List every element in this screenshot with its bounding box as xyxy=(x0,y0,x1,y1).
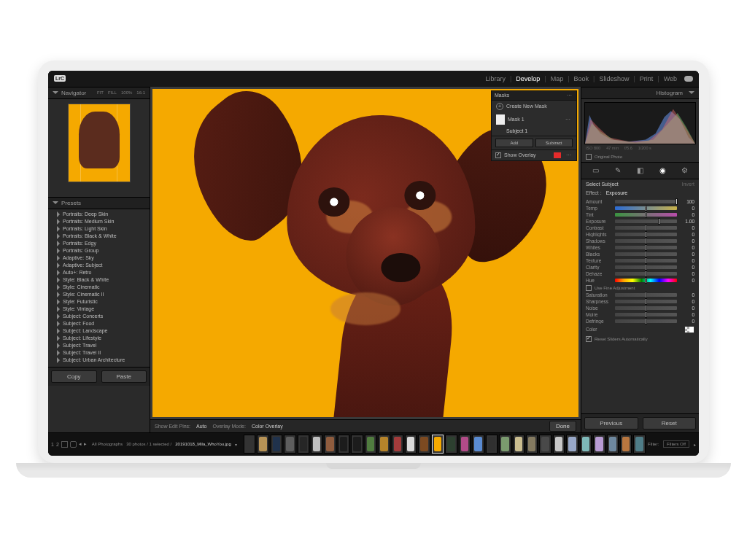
zoom-100%[interactable]: 100% xyxy=(121,90,132,95)
slider-tint[interactable]: Tint0 xyxy=(586,211,694,218)
slider-sharpness[interactable]: Sharpness0 xyxy=(586,298,694,305)
filmstrip-thumb[interactable] xyxy=(499,435,511,454)
mask-subtract-button[interactable]: Subtract xyxy=(535,139,573,147)
preset-item[interactable]: Portraits: Edgy xyxy=(51,240,150,247)
filmstrip-thumb[interactable] xyxy=(324,435,336,454)
slider-clarity[interactable]: Clarity0 xyxy=(586,264,694,271)
more-icon[interactable]: ⋯ xyxy=(567,93,573,98)
preset-item[interactable]: Style: Vintage xyxy=(51,306,150,313)
slider-whites[interactable]: Whites0 xyxy=(586,244,694,251)
collection-name[interactable]: All Photographs xyxy=(92,442,123,446)
fine-adjust-checkbox[interactable] xyxy=(586,285,592,291)
preset-item[interactable]: Portraits: Black & White xyxy=(51,233,150,240)
module-slideshow[interactable]: Slideshow xyxy=(599,75,629,82)
overlay-more-icon[interactable]: ⋯ xyxy=(566,152,573,158)
masks-panel[interactable]: Masks ⋯ + Create New Mask Mask 1 ⋯ xyxy=(491,90,577,161)
preset-item[interactable]: Style: Cinematic II xyxy=(51,291,150,298)
chevron-left-icon[interactable]: ◂ xyxy=(79,441,82,447)
brush-tool-icon[interactable]: ✎ xyxy=(613,166,623,176)
rect-tool-icon[interactable]: ▭ xyxy=(590,166,600,176)
create-new-mask[interactable]: + Create New Mask xyxy=(492,101,576,112)
presets-header[interactable]: Presets xyxy=(48,197,150,209)
show-edit-pins-value[interactable]: Auto xyxy=(196,424,206,429)
auto-reset-row[interactable]: Reset Sliders Automatically xyxy=(586,335,694,345)
invert-label[interactable]: Invert xyxy=(681,182,694,187)
filmstrip-thumb[interactable] xyxy=(472,435,484,454)
zoom-FIT[interactable]: FIT xyxy=(97,90,104,95)
chevron-down-icon[interactable]: ▾ xyxy=(235,442,237,447)
filmstrip-thumb[interactable] xyxy=(257,435,268,454)
filmstrip-thumb[interactable] xyxy=(271,435,282,454)
preset-item[interactable]: Subject: Landscape xyxy=(51,327,150,335)
slider-temp[interactable]: Temp0 xyxy=(586,205,694,211)
original-photo-checkbox[interactable] xyxy=(586,154,592,160)
view-1[interactable]: 1 xyxy=(51,442,54,447)
filter-lock-icon[interactable]: ▸ xyxy=(694,442,696,447)
grid-icon[interactable] xyxy=(61,441,68,448)
color-swatch[interactable] xyxy=(684,326,694,333)
filmstrip-thumb[interactable] xyxy=(405,435,417,454)
module-web[interactable]: Web xyxy=(664,75,677,82)
reset-button[interactable]: Reset xyxy=(643,417,697,429)
slider-texture[interactable]: Texture0 xyxy=(586,257,694,264)
preset-item[interactable]: Portraits: Group xyxy=(51,247,150,254)
slider-saturation[interactable]: Saturation0 xyxy=(586,292,694,298)
linear-gradient-icon[interactable]: ◧ xyxy=(635,166,645,176)
radial-gradient-icon[interactable]: ◉ xyxy=(657,166,667,176)
filmstrip-thumb[interactable] xyxy=(351,435,363,454)
slider-blacks[interactable]: Blacks0 xyxy=(586,251,694,257)
preset-item[interactable]: Auto+: Retro xyxy=(51,269,150,276)
effect-row[interactable]: Effect : Exposure xyxy=(581,189,699,197)
fine-adjust-row[interactable]: Use Fine Adjustment xyxy=(586,284,694,292)
chevron-right-icon[interactable]: ▸ xyxy=(84,441,87,447)
filmstrip-thumb[interactable] xyxy=(486,435,498,454)
filmstrip-thumb[interactable] xyxy=(513,435,525,454)
filmstrip-thumb[interactable] xyxy=(607,435,619,454)
filmstrip-thumb[interactable] xyxy=(526,435,538,454)
done-button[interactable]: Done xyxy=(549,421,576,432)
mask-more-icon[interactable]: ⋯ xyxy=(565,117,572,122)
copy-button[interactable]: Copy xyxy=(51,370,97,383)
mask-component[interactable]: Subject 1 xyxy=(492,127,576,136)
filmstrip-thumb[interactable] xyxy=(338,435,349,454)
slider-highlights[interactable]: Highlights0 xyxy=(586,231,694,238)
module-book[interactable]: Book xyxy=(574,75,589,82)
preset-item[interactable]: Subject: Travel II xyxy=(51,349,150,357)
mask-item[interactable]: Mask 1 ⋯ xyxy=(492,112,576,127)
histogram[interactable] xyxy=(584,102,696,144)
preset-item[interactable]: Subject: Concerts xyxy=(51,313,150,320)
filmstrip-thumb[interactable] xyxy=(553,435,565,454)
navigator-body[interactable] xyxy=(48,99,150,187)
filmstrip-thumb[interactable] xyxy=(392,435,403,454)
slider-contrast[interactable]: Contrast0 xyxy=(586,225,694,231)
filmstrip-thumb[interactable] xyxy=(445,435,457,454)
show-overlay-checkbox[interactable] xyxy=(495,152,501,158)
filmstrip-thumb[interactable] xyxy=(633,435,645,454)
slider-amount[interactable]: Amount100 xyxy=(586,198,694,205)
zoom-16:1[interactable]: 16:1 xyxy=(136,90,145,95)
module-print[interactable]: Print xyxy=(640,75,654,82)
filmstrip-thumb[interactable] xyxy=(620,435,632,454)
preset-item[interactable]: Portraits: Medium Skin xyxy=(51,218,150,225)
zoom-FILL[interactable]: FILL xyxy=(108,90,117,95)
slider-defringe[interactable]: Defringe0 xyxy=(586,318,694,324)
preset-item[interactable]: Adaptive: Subject xyxy=(51,262,150,269)
preset-item[interactable]: Portraits: Light Skin xyxy=(51,225,150,233)
previous-button[interactable]: Previous xyxy=(584,417,638,429)
masks-panel-header[interactable]: Masks ⋯ xyxy=(492,91,576,101)
effect-value[interactable]: Exposure xyxy=(606,190,628,195)
paste-button[interactable]: Paste xyxy=(101,370,147,383)
filmstrip-thumb[interactable] xyxy=(566,435,578,454)
preset-item[interactable]: Style: Black & White xyxy=(51,276,150,284)
preset-item[interactable]: Style: Futuristic xyxy=(51,298,150,306)
preset-item[interactable]: Portraits: Deep Skin xyxy=(51,211,150,218)
select-subject-row[interactable]: Select Subject Invert xyxy=(581,179,699,189)
mask-add-button[interactable]: Add xyxy=(495,139,533,147)
module-map[interactable]: Map xyxy=(551,75,564,82)
filmstrip-thumb[interactable] xyxy=(459,435,471,454)
gear-icon[interactable]: ⚙ xyxy=(680,166,690,176)
preset-item[interactable]: Adaptive: Sky xyxy=(51,254,150,262)
histogram-header[interactable]: Histogram xyxy=(581,87,699,99)
original-photo-row[interactable]: Original Photo xyxy=(581,152,699,162)
filmstrip-thumb[interactable] xyxy=(593,435,605,454)
